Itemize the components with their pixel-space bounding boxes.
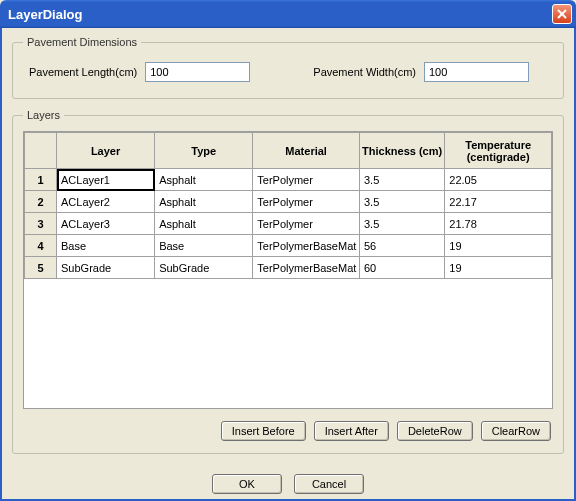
cell-material[interactable]: TerPolymer [253, 213, 360, 235]
cell-thickness-value: 60 [360, 259, 444, 277]
dialog-content: Pavement Dimensions Pavement Length(cm) … [0, 28, 576, 501]
cell-material-value: TerPolymer [253, 193, 359, 211]
pavement-length-input[interactable] [145, 62, 250, 82]
cell-temperature-value: 19 [445, 237, 551, 255]
cell-material[interactable]: TerPolymerBaseMat [253, 235, 360, 257]
cell-layer-value: ACLayer2 [57, 193, 154, 211]
pavement-dimensions-legend: Pavement Dimensions [23, 36, 141, 48]
cell-type[interactable]: SubGrade [155, 257, 253, 279]
cell-thickness-value: 3.5 [360, 215, 444, 233]
table-row[interactable]: 1ACLayer1AsphaltTerPolymer3.522.05 [25, 169, 552, 191]
cell-type[interactable]: Asphalt [155, 213, 253, 235]
cell-type-value: Asphalt [155, 193, 252, 211]
cell-type-value: Base [155, 237, 252, 255]
cell-layer-value: ACLayer1 [57, 171, 154, 189]
cell-material[interactable]: TerPolymerBaseMat [253, 257, 360, 279]
col-header-layer[interactable]: Layer [57, 133, 155, 169]
cell-layer-value: SubGrade [57, 259, 154, 277]
cell-material-value: TerPolymer [253, 171, 359, 189]
row-header[interactable]: 1 [25, 169, 57, 191]
cell-material-value: TerPolymer [253, 215, 359, 233]
cell-material[interactable]: TerPolymer [253, 169, 360, 191]
grid-header-row: Layer Type Material Thickness (cm) Tempe… [25, 133, 552, 169]
cell-temperature[interactable]: 22.17 [445, 191, 552, 213]
clear-row-button[interactable]: ClearRow [481, 421, 551, 441]
col-header-material[interactable]: Material [253, 133, 360, 169]
cell-type[interactable]: Asphalt [155, 191, 253, 213]
cell-thickness[interactable]: 3.5 [359, 169, 444, 191]
cell-layer[interactable]: ACLayer1 [57, 169, 155, 191]
cell-temperature[interactable]: 21.78 [445, 213, 552, 235]
layers-group: Layers Layer Type Material Thickness (cm… [12, 109, 564, 454]
cell-type-value: Asphalt [155, 215, 252, 233]
pavement-width-input[interactable] [424, 62, 529, 82]
table-row[interactable]: 4BaseBaseTerPolymerBaseMat5619 [25, 235, 552, 257]
cell-temperature-value: 21.78 [445, 215, 551, 233]
cell-thickness[interactable]: 3.5 [359, 191, 444, 213]
pavement-width-label: Pavement Width(cm) [313, 66, 416, 78]
cell-layer-value: Base [57, 237, 154, 255]
cell-thickness-value: 3.5 [360, 193, 444, 211]
cell-layer[interactable]: ACLayer3 [57, 213, 155, 235]
row-header[interactable]: 3 [25, 213, 57, 235]
cell-material-value: TerPolymerBaseMat [253, 259, 359, 277]
ok-button[interactable]: OK [212, 474, 282, 494]
insert-after-button[interactable]: Insert After [314, 421, 389, 441]
layers-grid[interactable]: Layer Type Material Thickness (cm) Tempe… [23, 131, 553, 409]
cell-thickness-value: 56 [360, 237, 444, 255]
cell-material-value: TerPolymerBaseMat [253, 237, 359, 255]
col-header-rownum[interactable] [25, 133, 57, 169]
delete-row-button[interactable]: DeleteRow [397, 421, 473, 441]
row-header[interactable]: 2 [25, 191, 57, 213]
cell-layer[interactable]: SubGrade [57, 257, 155, 279]
cell-temperature-value: 22.17 [445, 193, 551, 211]
table-row[interactable]: 5SubGradeSubGradeTerPolymerBaseMat6019 [25, 257, 552, 279]
cell-layer-value: ACLayer3 [57, 215, 154, 233]
cell-temperature[interactable]: 19 [445, 235, 552, 257]
cell-temperature[interactable]: 19 [445, 257, 552, 279]
row-header[interactable]: 5 [25, 257, 57, 279]
cell-temperature-value: 22.05 [445, 171, 551, 189]
close-button[interactable] [552, 4, 572, 24]
cell-type-value: SubGrade [155, 259, 252, 277]
row-header[interactable]: 4 [25, 235, 57, 257]
cell-type[interactable]: Base [155, 235, 253, 257]
close-icon [557, 9, 567, 19]
titlebar: LayerDialog [0, 0, 576, 28]
table-row[interactable]: 3ACLayer3AsphaltTerPolymer3.521.78 [25, 213, 552, 235]
cell-thickness[interactable]: 60 [359, 257, 444, 279]
cell-type[interactable]: Asphalt [155, 169, 253, 191]
cell-temperature-value: 19 [445, 259, 551, 277]
col-header-temperature[interactable]: Temperature (centigrade) [445, 133, 552, 169]
cell-thickness[interactable]: 56 [359, 235, 444, 257]
cell-temperature[interactable]: 22.05 [445, 169, 552, 191]
cell-layer[interactable]: ACLayer2 [57, 191, 155, 213]
cell-thickness[interactable]: 3.5 [359, 213, 444, 235]
dialog-button-row: OK Cancel [12, 464, 564, 494]
insert-before-button[interactable]: Insert Before [221, 421, 306, 441]
table-row[interactable]: 2ACLayer2AsphaltTerPolymer3.522.17 [25, 191, 552, 213]
cell-thickness-value: 3.5 [360, 171, 444, 189]
window-title: LayerDialog [8, 7, 552, 22]
grid-button-row: Insert Before Insert After DeleteRow Cle… [23, 409, 553, 443]
layers-legend: Layers [23, 109, 64, 121]
pavement-length-label: Pavement Length(cm) [29, 66, 137, 78]
cancel-button[interactable]: Cancel [294, 474, 364, 494]
col-header-type[interactable]: Type [155, 133, 253, 169]
col-header-thickness[interactable]: Thickness (cm) [359, 133, 444, 169]
cell-type-value: Asphalt [155, 171, 252, 189]
pavement-dimensions-group: Pavement Dimensions Pavement Length(cm) … [12, 36, 564, 99]
cell-layer[interactable]: Base [57, 235, 155, 257]
cell-material[interactable]: TerPolymer [253, 191, 360, 213]
